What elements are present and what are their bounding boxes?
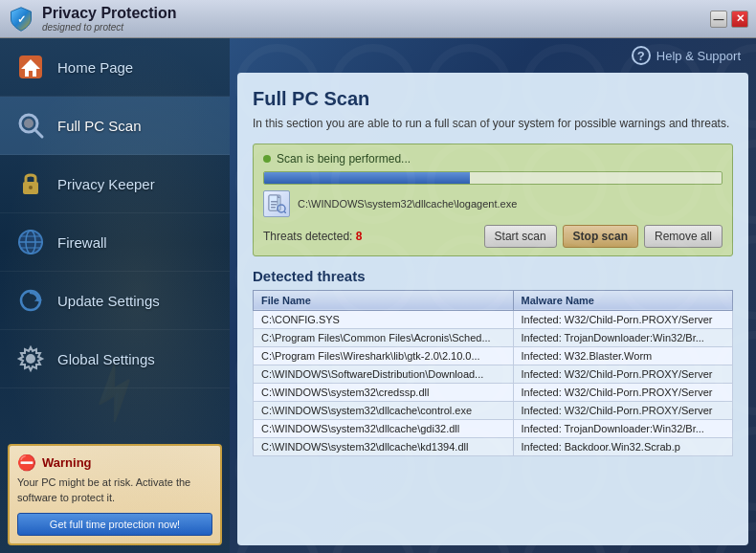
panel-description: In this section you are able to run a fu… [253,116,733,132]
warning-title: ⛔ Warning [17,453,212,472]
table-row: C:\WINDOWS\system32\credssp.dll Infected… [254,383,733,401]
firewall-label: Firewall [57,234,107,251]
privacykeeper-label: Privacy Keeper [57,176,155,192]
scan-current-file: C:\WINDOWS\system32\dllcache\logagent.ex… [298,198,517,210]
svg-line-5 [35,130,42,137]
threat-malwarename: Infected: TrojanDownloader:Win32/Br... [513,419,733,437]
threat-malwarename: Infected: Backdoor.Win32.Scrab.p [513,437,733,455]
table-row: C:\Program Files\Common Files\Acronis\Sc… [254,328,733,346]
table-row: C:\Program Files\Wireshark\lib\gtk-2.0\2… [254,346,733,365]
sidebar-item-firewall[interactable]: Firewall [0,213,230,272]
sidebar: ⚡ Home Page Full PC Scan Privacy Ke [0,38,230,553]
svg-rect-22 [271,207,276,209]
settings-icon [15,343,46,374]
threat-filename: C:\WINDOWS\system32\dllcache\kd1394.dll [254,437,514,455]
help-bar: ? Help & Support [230,38,756,73]
svg-point-16 [26,354,35,364]
threat-malwarename: Infected: W32/Child-Porn.PROXY/Server [513,401,733,419]
scan-status-row: Scan is being performed... [263,152,723,166]
close-button[interactable]: ✕ [731,11,748,28]
progress-bar-background [263,171,723,185]
app-shield-icon: ✓ [8,6,34,33]
window-controls: — ✕ [710,11,748,28]
threats-section-title: Detected threats [253,268,733,284]
threat-filename: C:\WINDOWS\system32\dllcache\gdi32.dll [254,419,514,437]
sidebar-item-privacykeeper[interactable]: Privacy Keeper [0,155,230,213]
threat-filename: C:\WINDOWS\system32\credssp.dll [254,383,514,401]
fullscan-label: Full PC Scan [57,118,142,134]
svg-line-24 [284,211,286,213]
threat-malwarename: Infected: W32.Blaster.Worm [513,346,733,365]
progress-bar-fill [264,172,470,184]
threat-filename: C:\Program Files\Common Files\Acronis\Sc… [254,328,514,346]
svg-text:✓: ✓ [17,13,26,25]
svg-point-4 [24,119,33,128]
warning-icon: ⛔ [17,453,36,472]
sidebar-item-fullscan[interactable]: Full PC Scan [0,97,230,155]
app-subtitle: designed to protect [42,22,177,33]
protection-button[interactable]: Get full time protection now! [17,513,212,536]
content-panel: Full PC Scan In this section you are abl… [237,73,748,545]
warning-text: Your PC might be at risk. Activate the s… [17,476,212,505]
svg-rect-18 [269,195,278,210]
table-row: C:\WINDOWS\SoftwareDistribution\Download… [254,365,733,383]
sidebar-item-updatesettings[interactable]: Update Settings [0,272,230,330]
threat-malwarename: Infected: W32/Child-Porn.PROXY/Server [513,310,733,328]
col-filename: File Name [254,290,514,310]
title-bar-left: ✓ Privacy Protection designed to protect [8,5,177,33]
scan-dot-indicator [263,155,271,163]
threats-count: 8 [356,230,363,243]
threat-filename: C:\Program Files\Wireshark\lib\gtk-2.0\2… [254,346,514,365]
threats-label: Threats detected: 8 [263,230,362,243]
update-icon [15,285,46,316]
col-malwarename: Malware Name [513,290,733,310]
scan-icon [15,110,46,141]
start-scan-button[interactable]: Start scan [484,225,557,248]
sidebar-item-globalsettings[interactable]: Global Settings [0,330,230,388]
scan-file-icon [263,190,290,217]
threat-malwarename: Infected: TrojanDownloader:Win32/Br... [513,328,733,346]
main-container: ⚡ Home Page Full PC Scan Privacy Ke [0,38,756,553]
help-label: Help & Support [656,49,741,63]
scan-actions: Threats detected: 8 Start scan Stop scan… [263,225,723,248]
firewall-icon [15,227,46,257]
globalsettings-label: Global Settings [57,351,155,367]
panel-title: Full PC Scan [253,88,733,110]
lock-icon [15,168,46,199]
minimize-button[interactable]: — [710,11,727,28]
svg-rect-20 [271,201,278,203]
updatesettings-label: Update Settings [57,293,160,309]
title-text: Privacy Protection designed to protect [42,5,177,33]
svg-point-7 [29,186,33,189]
home-label: Home Page [57,59,133,76]
scan-box: Scan is being performed... [253,144,733,256]
help-support-button[interactable]: ? Help & Support [632,46,741,65]
table-row: C:\WINDOWS\system32\dllcache\control.exe… [254,401,733,419]
scan-status-text: Scan is being performed... [277,152,411,166]
threat-filename: C:\WINDOWS\system32\dllcache\control.exe [254,401,514,419]
title-bar: ✓ Privacy Protection designed to protect… [0,0,756,38]
table-row: C:\WINDOWS\system32\dllcache\kd1394.dll … [254,437,733,455]
threat-malwarename: Infected: W32/Child-Porn.PROXY/Server [513,365,733,383]
home-icon [15,52,46,82]
warning-box: ⛔ Warning Your PC might be at risk. Acti… [8,444,222,545]
threat-filename: C:\WINDOWS\SoftwareDistribution\Download… [254,365,514,383]
sidebar-item-home[interactable]: Home Page [0,38,230,97]
threat-malwarename: Infected: W32/Child-Porn.PROXY/Server [513,383,733,401]
content-area: ? Help & Support Full PC Scan In this se… [230,38,756,553]
app-title: Privacy Protection [42,5,177,22]
threats-table: File Name Malware Name C:\CONFIG.SYS Inf… [253,290,733,456]
svg-rect-21 [271,204,277,206]
table-row: C:\WINDOWS\system32\dllcache\gdi32.dll I… [254,419,733,437]
help-icon: ? [632,46,651,65]
scan-file-row: C:\WINDOWS\system32\dllcache\logagent.ex… [263,190,723,217]
stop-scan-button[interactable]: Stop scan [563,225,638,248]
table-row: C:\CONFIG.SYS Infected: W32/Child-Porn.P… [254,310,733,328]
threat-filename: C:\CONFIG.SYS [254,310,514,328]
threats-section: Detected threats File Name Malware Name … [253,268,733,456]
remove-all-button[interactable]: Remove all [644,225,723,248]
